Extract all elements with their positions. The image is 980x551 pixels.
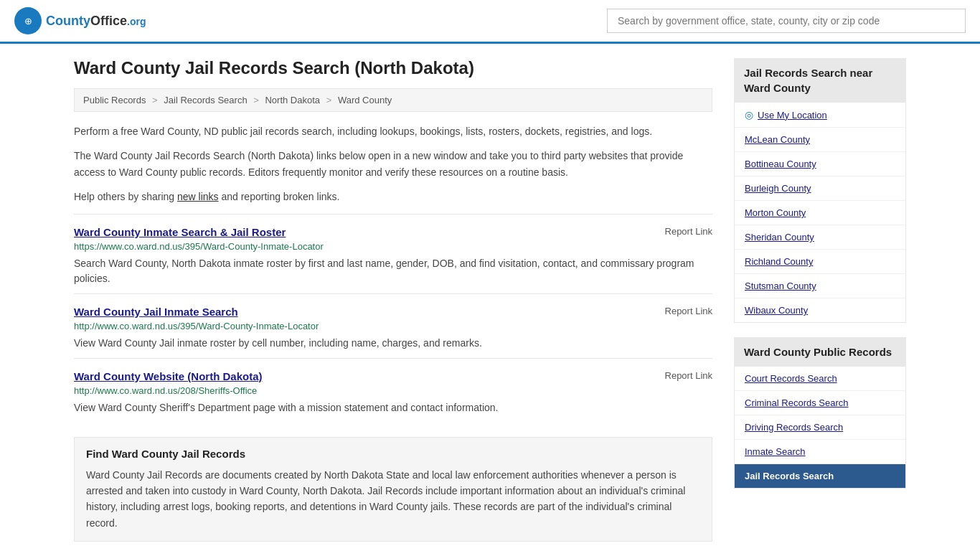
- intro3-text: Help others by sharing: [74, 191, 177, 202]
- report-link-2[interactable]: Report Link: [665, 306, 712, 316]
- breadcrumb-public-records[interactable]: Public Records: [83, 95, 146, 105]
- find-section: Find Ward County Jail Records Ward Count…: [74, 437, 712, 542]
- record-header-1: Ward County Inmate Search & Jail Roster …: [74, 226, 712, 238]
- sidebar-public-records-list: Court Records Search Criminal Records Se…: [734, 367, 906, 489]
- sidebar-criminal-records[interactable]: Criminal Records Search: [735, 391, 905, 415]
- record-entry-2: Ward County Jail Inmate Search Report Li…: [74, 293, 712, 358]
- sheridan-link[interactable]: Sheridan County: [745, 232, 814, 242]
- sidebar-nearby-list: ◎ Use My Location McLean County Bottinea…: [734, 103, 906, 323]
- breadcrumb-sep3: >: [326, 95, 332, 105]
- sidebar-richland[interactable]: Richland County: [735, 250, 905, 274]
- intro-paragraph-1: Perform a free Ward County, ND public ja…: [74, 123, 712, 139]
- record-entry-3: Ward County Website (North Dakota) Repor…: [74, 358, 712, 423]
- breadcrumb: Public Records > Jail Records Search > N…: [74, 88, 712, 112]
- burleigh-link[interactable]: Burleigh County: [745, 183, 811, 194]
- sidebar-court-records[interactable]: Court Records Search: [735, 367, 905, 391]
- report-link-1[interactable]: Report Link: [665, 226, 712, 237]
- sidebar-public-records-section: Ward County Public Records Court Records…: [734, 337, 906, 489]
- record-title-3[interactable]: Ward County Website (North Dakota): [74, 370, 263, 382]
- sidebar-nearby-section: Jail Records Search near Ward County ◎ U…: [734, 58, 906, 323]
- intro-paragraph-3: Help others by sharing new links and rep…: [74, 189, 712, 204]
- header: ⊕ CountyOffice.org: [0, 0, 980, 44]
- record-url-2[interactable]: http://www.co.ward.nd.us/395/Ward-County…: [74, 321, 712, 331]
- breadcrumb-jail-records[interactable]: Jail Records Search: [164, 95, 247, 105]
- record-title-2[interactable]: Ward County Jail Inmate Search: [74, 306, 238, 318]
- record-entry-1: Ward County Inmate Search & Jail Roster …: [74, 214, 712, 293]
- breadcrumb-sep2: >: [253, 95, 259, 105]
- sidebar: Jail Records Search near Ward County ◎ U…: [734, 58, 906, 542]
- sidebar-jail-records-active[interactable]: Jail Records Search: [735, 464, 905, 488]
- sidebar-wibaux[interactable]: Wibaux County: [735, 298, 905, 322]
- logo-office: Office: [90, 14, 127, 28]
- sidebar-sheridan[interactable]: Sheridan County: [735, 225, 905, 250]
- court-records-link[interactable]: Court Records Search: [745, 373, 837, 384]
- sidebar-nearby-header: Jail Records Search near Ward County: [734, 58, 906, 103]
- logo-dotorg: .org: [127, 16, 146, 27]
- inmate-search-link[interactable]: Inmate Search: [745, 446, 806, 457]
- report-link-3[interactable]: Report Link: [665, 370, 712, 381]
- breadcrumb-ward-county[interactable]: Ward County: [338, 95, 392, 105]
- richland-link[interactable]: Richland County: [745, 256, 813, 267]
- bottineau-link[interactable]: Bottineau County: [745, 159, 816, 169]
- record-url-1[interactable]: https://www.co.ward.nd.us/395/Ward-Count…: [74, 241, 712, 252]
- record-title-1[interactable]: Ward County Inmate Search & Jail Roster: [74, 226, 286, 238]
- records-list: Ward County Inmate Search & Jail Roster …: [74, 214, 712, 423]
- find-section-title: Find Ward County Jail Records: [86, 448, 700, 460]
- content-wrapper: Ward County Jail Records Search (North D…: [60, 44, 920, 551]
- main-content: Ward County Jail Records Search (North D…: [74, 58, 712, 542]
- intro-paragraph-2: The Ward County Jail Records Search (Nor…: [74, 148, 712, 180]
- search-input[interactable]: [607, 9, 966, 33]
- sidebar-driving-records[interactable]: Driving Records Search: [735, 415, 905, 440]
- sidebar-inmate-search[interactable]: Inmate Search: [735, 440, 905, 464]
- driving-records-link[interactable]: Driving Records Search: [745, 422, 843, 433]
- sidebar-morton[interactable]: Morton County: [735, 201, 905, 225]
- logo-icon: ⊕: [14, 7, 42, 34]
- morton-link[interactable]: Morton County: [745, 207, 806, 218]
- sidebar-public-records-header: Ward County Public Records: [734, 337, 906, 367]
- sidebar-use-location[interactable]: ◎ Use My Location: [735, 103, 905, 128]
- intro3-end: and reporting broken links.: [219, 191, 340, 202]
- record-desc-1: Search Ward County, North Dakota inmate …: [74, 256, 712, 286]
- record-header-2: Ward County Jail Inmate Search Report Li…: [74, 306, 712, 318]
- breadcrumb-north-dakota[interactable]: North Dakota: [265, 95, 320, 105]
- record-desc-3: View Ward County Sheriff's Department pa…: [74, 400, 712, 415]
- location-icon: ◎: [745, 109, 753, 121]
- sidebar-mclean[interactable]: McLean County: [735, 128, 905, 152]
- wibaux-link[interactable]: Wibaux County: [745, 305, 808, 316]
- record-header-3: Ward County Website (North Dakota) Repor…: [74, 370, 712, 382]
- sidebar-burleigh[interactable]: Burleigh County: [735, 176, 905, 201]
- find-section-text: Ward County Jail Records are documents c…: [86, 467, 700, 532]
- stutsman-link[interactable]: Stutsman County: [745, 281, 816, 291]
- breadcrumb-sep1: >: [152, 95, 158, 105]
- criminal-records-link[interactable]: Criminal Records Search: [745, 397, 849, 408]
- record-url-3[interactable]: http://www.co.ward.nd.us/208/Sheriffs-Of…: [74, 385, 712, 396]
- sidebar-bottineau[interactable]: Bottineau County: [735, 152, 905, 176]
- record-desc-2: View Ward County Jail inmate roster by c…: [74, 336, 712, 351]
- use-location-link[interactable]: Use My Location: [758, 110, 827, 121]
- logo-county: County: [46, 14, 90, 28]
- page-title: Ward County Jail Records Search (North D…: [74, 58, 712, 78]
- svg-text:⊕: ⊕: [24, 16, 32, 27]
- logo-area[interactable]: ⊕ CountyOffice.org: [14, 7, 146, 34]
- sidebar-stutsman[interactable]: Stutsman County: [735, 274, 905, 298]
- new-links-link[interactable]: new links: [177, 191, 219, 202]
- logo-text: CountyOffice.org: [46, 14, 146, 29]
- mclean-link[interactable]: McLean County: [745, 134, 810, 145]
